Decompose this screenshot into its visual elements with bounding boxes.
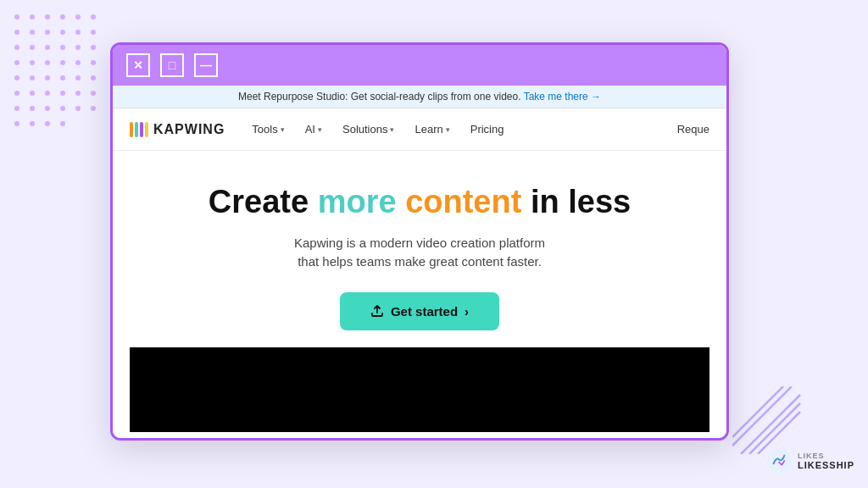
svg-point-51	[767, 449, 792, 474]
tools-chevron-icon: ▾	[281, 125, 285, 134]
nav-learn[interactable]: Learn ▾	[415, 123, 449, 136]
svg-point-27	[60, 75, 65, 80]
promo-banner: Meet Repurpose Studio: Get social-ready …	[113, 86, 726, 108]
hero-title: Create more content in less	[130, 185, 709, 220]
likesship-icon	[765, 447, 793, 474]
svg-line-46	[732, 386, 792, 446]
cta-arrow-icon: ›	[465, 304, 469, 319]
svg-point-15	[60, 45, 65, 50]
get-started-button[interactable]: Get started ›	[340, 292, 499, 330]
ai-chevron-icon: ▾	[318, 125, 322, 134]
svg-line-48	[749, 403, 800, 454]
svg-point-34	[75, 91, 81, 96]
svg-point-1	[30, 14, 35, 19]
svg-point-33	[60, 91, 65, 96]
svg-point-42	[14, 121, 19, 126]
svg-point-17	[91, 45, 96, 50]
bg-dots-top-left: // Can't use script inside SVG in this c…	[8, 8, 102, 178]
svg-point-11	[91, 30, 96, 35]
svg-point-12	[14, 45, 19, 50]
svg-point-30	[14, 91, 19, 96]
navbar: KAPWING Tools ▾ AI ▾ Solutions ▾ Learn ▾…	[113, 108, 726, 151]
svg-point-32	[45, 91, 50, 96]
learn-chevron-icon: ▾	[446, 125, 450, 134]
svg-point-2	[45, 14, 50, 19]
logo-icon	[130, 122, 148, 137]
svg-point-6	[14, 30, 19, 35]
hero-subtitle: Kapwing is a modern video creation platf…	[130, 234, 709, 272]
svg-point-13	[30, 45, 35, 50]
svg-point-35	[91, 91, 96, 96]
svg-point-10	[75, 30, 81, 35]
hero-title-space	[397, 185, 406, 219]
hero-title-more: more	[318, 185, 397, 219]
svg-point-0	[14, 14, 19, 19]
svg-point-43	[30, 121, 35, 126]
nav-right-text: Reque	[677, 123, 709, 136]
hero-title-create: Create	[209, 185, 318, 219]
hero-title-inless: in less	[521, 185, 631, 219]
svg-point-20	[45, 60, 50, 65]
svg-point-14	[45, 45, 50, 50]
svg-line-50	[732, 386, 783, 437]
svg-point-9	[60, 30, 65, 35]
logo-text: KAPWING	[153, 122, 225, 137]
svg-point-8	[45, 30, 50, 35]
svg-point-23	[91, 60, 96, 65]
svg-point-41	[91, 106, 96, 111]
upload-icon	[370, 304, 384, 318]
svg-point-38	[45, 106, 50, 111]
svg-point-21	[60, 60, 65, 65]
svg-point-36	[14, 106, 19, 111]
logo[interactable]: KAPWING	[130, 122, 225, 137]
svg-point-22	[75, 60, 81, 65]
svg-point-3	[60, 14, 65, 19]
svg-point-18	[14, 60, 19, 65]
title-bar: ✕ □ —	[113, 45, 726, 86]
svg-point-5	[91, 14, 96, 19]
hero-section: Create more content in less Kapwing is a…	[113, 151, 726, 441]
svg-point-16	[75, 45, 81, 50]
browser-window: ✕ □ — Meet Repurpose Studio: Get social-…	[110, 42, 729, 441]
svg-point-19	[30, 60, 35, 65]
svg-point-26	[45, 75, 50, 80]
svg-point-45	[60, 121, 65, 126]
svg-point-7	[30, 30, 35, 35]
svg-point-40	[75, 106, 81, 111]
svg-point-29	[91, 75, 96, 80]
nav-tools[interactable]: Tools ▾	[252, 123, 284, 136]
svg-point-39	[60, 106, 65, 111]
close-button[interactable]: ✕	[126, 53, 150, 77]
maximize-button[interactable]: □	[160, 53, 184, 77]
nav-ai[interactable]: AI ▾	[305, 123, 322, 136]
banner-link[interactable]: Take me there →	[524, 91, 601, 103]
svg-point-28	[75, 75, 81, 80]
svg-point-31	[30, 91, 35, 96]
likesship-brand: LIKES LIKESSHIP	[765, 447, 854, 474]
svg-point-37	[30, 106, 35, 111]
video-preview	[130, 347, 709, 432]
minimize-button[interactable]: —	[194, 53, 218, 77]
nav-solutions[interactable]: Solutions ▾	[342, 123, 394, 136]
svg-line-47	[741, 395, 800, 454]
svg-point-4	[75, 14, 81, 19]
banner-text: Meet Repurpose Studio: Get social-ready …	[238, 91, 521, 103]
hero-title-content: content	[405, 185, 521, 219]
svg-point-24	[14, 75, 19, 80]
svg-point-44	[45, 121, 50, 126]
bg-diagonal-lines	[732, 386, 809, 454]
nav-pricing[interactable]: Pricing	[470, 123, 504, 136]
solutions-chevron-icon: ▾	[390, 125, 394, 134]
svg-point-25	[30, 75, 35, 80]
